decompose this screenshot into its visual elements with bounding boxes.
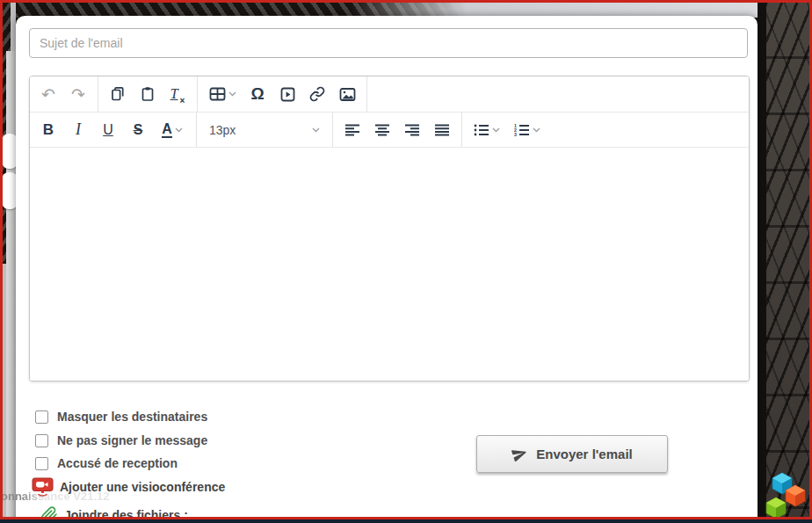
chevron-down-icon [492, 127, 500, 133]
toolbar-separator [461, 113, 462, 147]
building-facade [766, 0, 809, 523]
app-logo-icon [764, 471, 806, 519]
font-color-icon: A [162, 121, 172, 139]
option-hide-recipients[interactable]: Masquer les destinataires [35, 410, 207, 424]
paste-icon [140, 86, 156, 102]
numbered-list-icon: 1 2 3 [514, 124, 530, 136]
editor-content-area[interactable] [30, 148, 749, 381]
paste-button[interactable] [133, 76, 163, 112]
bold-button[interactable]: B [33, 113, 63, 147]
numbered-list-button[interactable]: 1 2 3 [507, 113, 547, 147]
bulleted-list-icon [474, 124, 489, 136]
option-read-receipt[interactable]: Accusé de reception [35, 456, 178, 470]
chevron-down-icon [175, 127, 183, 133]
chevron-down-icon [312, 127, 320, 133]
align-left-icon [344, 124, 360, 136]
remove-format-button[interactable]: T × [163, 76, 192, 112]
bold-icon: B [43, 121, 54, 139]
special-character-icon: Ω [250, 84, 264, 104]
svg-text:3: 3 [514, 132, 517, 136]
editor-toolbar-row-1: ↶ ↷ [30, 76, 749, 113]
insert-image-icon [339, 87, 356, 102]
remove-format-x: × [180, 96, 185, 112]
option-no-signature[interactable]: Ne pas signer le message [35, 433, 207, 447]
strikethrough-button[interactable]: S [123, 113, 153, 147]
align-center-button[interactable] [367, 113, 397, 147]
bulleted-list-button[interactable] [467, 113, 507, 147]
page-edge-strip [6, 51, 16, 519]
align-justify-icon [434, 124, 450, 136]
send-icon [511, 446, 528, 462]
copy-button[interactable] [103, 76, 133, 112]
redo-icon: ↷ [71, 86, 85, 103]
checkbox[interactable] [35, 434, 48, 447]
insert-table-icon [209, 87, 226, 101]
link-button[interactable] [302, 76, 332, 112]
version-watermark: onnaissance V21.12 [1, 490, 110, 503]
align-justify-button[interactable] [427, 113, 457, 147]
chevron-down-icon [533, 127, 540, 133]
insert-table-button[interactable] [202, 76, 243, 112]
send-email-label: Envoyer l'email [536, 447, 632, 461]
toolbar-separator [197, 76, 198, 112]
editor-toolbar-row-2: B I U S A 13px [30, 113, 749, 148]
insert-image-button[interactable] [332, 76, 362, 112]
undo-icon: ↶ [41, 86, 55, 103]
insert-media-button[interactable] [272, 76, 302, 112]
rich-text-editor: ↶ ↷ [29, 76, 750, 381]
remove-format-icon: T [170, 86, 178, 102]
toolbar-separator [196, 113, 197, 147]
background-sky-fade [352, 0, 761, 18]
italic-button[interactable]: I [63, 113, 93, 147]
undo-button[interactable]: ↶ [33, 76, 63, 112]
checkbox[interactable] [35, 410, 48, 424]
align-center-icon [374, 124, 390, 136]
compose-email-panel: ↶ ↷ [16, 16, 758, 523]
strikethrough-icon: S [134, 122, 143, 138]
screen: onnaissance V21.12 ↶ ↷ [0, 0, 812, 523]
bottom-navy-bar [0, 519, 812, 523]
background-building-right [758, 0, 812, 523]
copy-icon [110, 86, 126, 102]
chevron-down-icon [228, 91, 236, 97]
underline-icon: U [103, 122, 113, 138]
toolbar-separator [332, 113, 333, 147]
italic-icon: I [76, 120, 81, 139]
option-label: Accusé de reception [57, 456, 178, 470]
checkbox[interactable] [35, 457, 48, 470]
font-color-button[interactable]: A [153, 113, 192, 147]
underline-button[interactable]: U [93, 113, 123, 147]
font-size-dropdown[interactable]: 13px [201, 113, 328, 147]
send-email-button[interactable]: Envoyer l'email [476, 435, 668, 473]
insert-media-icon [280, 87, 295, 102]
redo-button[interactable]: ↷ [63, 76, 93, 112]
option-label: Ne pas signer le message [57, 433, 207, 447]
link-icon [309, 86, 325, 102]
font-size-value: 13px [209, 123, 236, 137]
special-character-button[interactable]: Ω [243, 76, 272, 112]
align-right-button[interactable] [397, 113, 427, 147]
subject-input[interactable] [29, 28, 748, 58]
align-right-icon [404, 124, 420, 136]
toolbar-separator [366, 76, 367, 112]
option-label: Masquer les destinataires [57, 410, 207, 424]
toolbar-separator [98, 76, 98, 112]
align-left-button[interactable] [337, 113, 367, 147]
